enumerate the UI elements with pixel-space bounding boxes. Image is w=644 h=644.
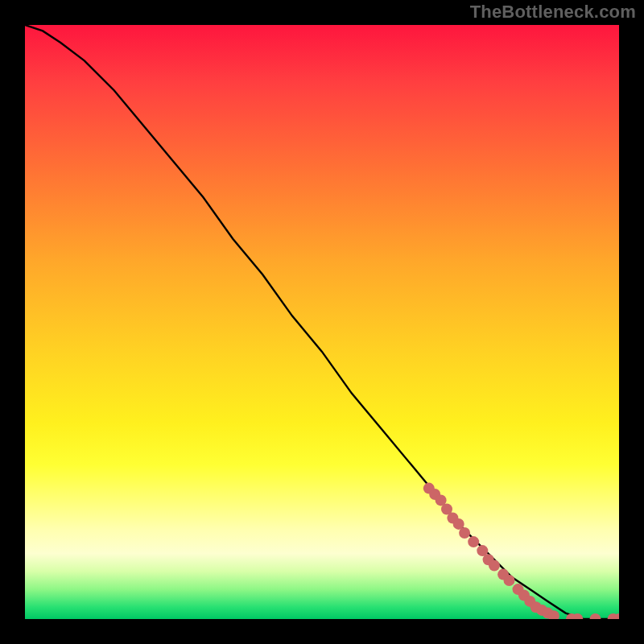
curve-markers xyxy=(423,483,619,619)
plot-area xyxy=(25,25,619,619)
data-point xyxy=(459,527,470,539)
data-point xyxy=(489,560,500,572)
data-point xyxy=(590,613,601,619)
data-point xyxy=(504,575,515,586)
watermark-text: TheBottleneck.com xyxy=(470,2,636,23)
curve-svg xyxy=(25,25,619,619)
data-point xyxy=(468,536,479,547)
bottleneck-curve xyxy=(25,25,619,619)
chart-frame: TheBottleneck.com xyxy=(0,0,644,644)
